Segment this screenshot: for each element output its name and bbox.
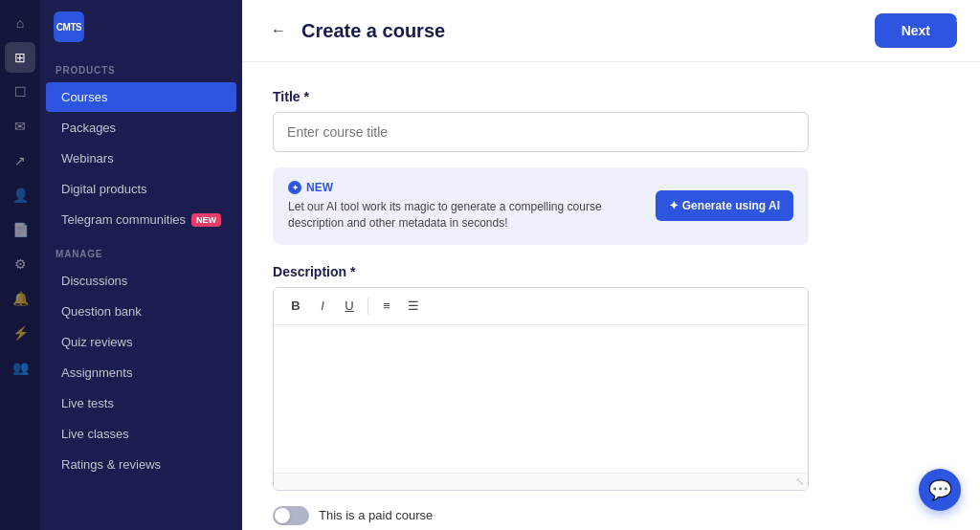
- message-icon[interactable]: ✉: [5, 111, 35, 142]
- ai-dot-icon: ✦: [288, 181, 301, 194]
- title-input[interactable]: [273, 112, 809, 152]
- desc-toolbar: B I U ≡ ☰: [274, 288, 808, 325]
- sidebar-item-label: Packages: [61, 121, 116, 135]
- home-icon[interactable]: ⌂: [5, 8, 35, 38]
- sidebar-item-question-bank[interactable]: Question bank: [46, 297, 236, 326]
- sidebar-item-label: Courses: [61, 90, 107, 104]
- back-button[interactable]: ←: [265, 17, 292, 44]
- sidebar-item-live-classes[interactable]: Live classes: [46, 419, 236, 449]
- ai-new-label: NEW: [306, 181, 333, 194]
- analytics-icon[interactable]: ↗: [5, 145, 35, 176]
- tools-icon[interactable]: ⚙: [5, 249, 35, 279]
- page-title: Create a course: [301, 20, 445, 42]
- sidebar-item-label: Live tests: [61, 396, 114, 410]
- form-area: Title * ✦ NEW Let our AI tool work its m…: [242, 62, 980, 530]
- ai-description-text: Let our AI tool work its magic to genera…: [288, 199, 644, 232]
- next-button[interactable]: Next: [875, 13, 957, 48]
- bell-icon[interactable]: 🔔: [5, 283, 35, 314]
- sidebar-item-label: Assignments: [61, 365, 132, 380]
- top-bar: ← Create a course Next: [242, 0, 980, 62]
- sidebar-item-label: Telegram communities: [61, 212, 186, 227]
- description-editor: B I U ≡ ☰ ⤡: [273, 287, 809, 491]
- sidebar-item-label: Discussions: [61, 274, 127, 288]
- toolbar-separator: [368, 298, 368, 315]
- sidebar-item-label: Ratings & reviews: [61, 457, 161, 472]
- lightning-icon[interactable]: ⚡: [5, 318, 35, 348]
- sidebar-item-discussions[interactable]: Discussions: [46, 266, 236, 296]
- bold-button[interactable]: B: [283, 294, 308, 319]
- italic-button[interactable]: I: [310, 294, 335, 319]
- sidebar-item-courses[interactable]: Courses: [46, 82, 236, 112]
- paid-toggle-row: This is a paid course: [273, 506, 949, 525]
- chat-icon[interactable]: ☐: [5, 77, 35, 107]
- sidebar-item-label: Digital products: [61, 182, 147, 196]
- ordered-list-button[interactable]: ≡: [374, 294, 399, 319]
- sidebar-item-digital-products[interactable]: Digital products: [46, 174, 236, 204]
- resize-icon: ⤡: [795, 475, 804, 488]
- main-content: ← Create a course Next Title * ✦ NEW Let…: [242, 0, 980, 530]
- underline-button[interactable]: U: [337, 294, 362, 319]
- new-badge: New: [191, 213, 221, 227]
- sidebar-item-label: Quiz reviews: [61, 335, 132, 349]
- sidebar-item-label: Question bank: [61, 304, 142, 319]
- sidebar-item-packages[interactable]: Packages: [46, 113, 236, 143]
- paid-label: This is a paid course: [319, 508, 433, 522]
- sidebar-item-telegram-communities[interactable]: Telegram communities New: [46, 205, 236, 234]
- sidebar-item-ratings-reviews[interactable]: Ratings & reviews: [46, 450, 236, 479]
- courses-icon[interactable]: ⊞: [5, 42, 35, 73]
- sidebar-item-live-tests[interactable]: Live tests: [46, 388, 236, 418]
- unordered-list-button[interactable]: ☰: [401, 294, 426, 319]
- resize-handle: ⤡: [274, 473, 808, 490]
- users-icon[interactable]: 👤: [5, 180, 35, 210]
- sidebar-item-label: Live classes: [61, 427, 129, 441]
- title-label: Title *: [273, 89, 949, 104]
- description-label: Description *: [273, 264, 949, 279]
- collapse-button[interactable]: ◁◁: [955, 13, 972, 27]
- description-textarea[interactable]: [274, 325, 808, 469]
- sidebar-item-label: Webinars: [61, 151, 114, 166]
- logo: CMTS: [54, 11, 84, 42]
- sidebar-item-assignments[interactable]: Assignments: [46, 358, 236, 387]
- ai-banner: ✦ NEW Let our AI tool work its magic to …: [273, 167, 809, 245]
- manage-section-label: MANAGE: [40, 235, 242, 265]
- docs-icon[interactable]: 📄: [5, 214, 35, 245]
- products-section-label: PRODUCTS: [40, 52, 242, 81]
- paid-toggle[interactable]: [273, 506, 309, 525]
- sidebar: CMTS ◁◁ PRODUCTS Courses Packages Webina…: [40, 0, 242, 530]
- group-icon[interactable]: 👥: [5, 352, 35, 383]
- ai-generate-button[interactable]: ✦ Generate using AI: [656, 190, 793, 221]
- icon-strip: ⌂ ⊞ ☐ ✉ ↗ 👤 📄 ⚙ 🔔 ⚡ 👥: [0, 0, 40, 530]
- fab-button[interactable]: 💬: [919, 469, 961, 511]
- sidebar-item-quiz-reviews[interactable]: Quiz reviews: [46, 327, 236, 357]
- sidebar-item-webinars[interactable]: Webinars: [46, 144, 236, 173]
- toggle-thumb: [275, 508, 290, 523]
